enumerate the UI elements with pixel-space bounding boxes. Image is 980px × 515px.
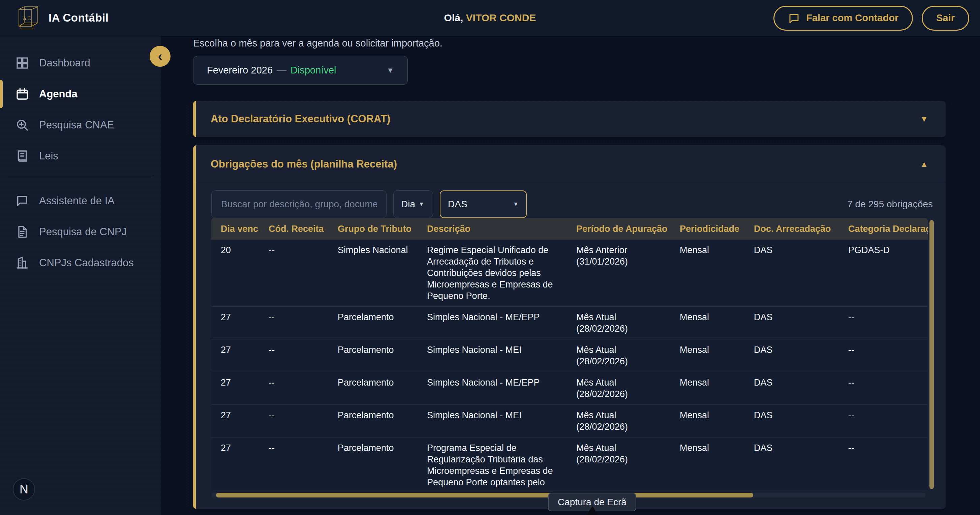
cell-doc-arrecadacao: DAS (745, 405, 839, 437)
sidebar-item-assistente-ia[interactable]: Assistente de IA (0, 185, 161, 216)
obligations-accordion-header[interactable]: Obrigações do mês (planilha Receita) ▲ (196, 145, 946, 183)
table-header-row: Dia venc.Cód. ReceitaGrupo de TributoDes… (211, 218, 928, 240)
chevron-down-icon: ▼ (513, 201, 519, 208)
sidebar-collapse-button[interactable]: ‹ (150, 46, 170, 67)
cell-grupo-tributo: Parcelamento (328, 437, 418, 490)
cell-periodicidade: Mensal (670, 240, 745, 306)
cell-cod-receita: -- (259, 437, 328, 490)
calendar-icon (16, 87, 29, 101)
sidebar-item-label: Pesquisa de CNPJ (39, 226, 127, 238)
obligations-title: Obrigações do mês (planilha Receita) (196, 158, 397, 170)
cell-grupo-tributo: Parcelamento (328, 405, 418, 437)
table-horizontal-scrollbar[interactable] (216, 493, 753, 498)
month-select-value: Fevereiro 2026 (207, 65, 273, 76)
month-select-status: Disponível (291, 65, 336, 76)
sidebar-item-label: Agenda (39, 88, 78, 100)
header-actions: Falar com Contador Sair (773, 0, 969, 36)
cell-grupo-tributo: Simples Nacional (328, 240, 418, 306)
mouse-cursor-icon (587, 506, 598, 515)
logout-label: Sair (936, 13, 955, 24)
cell-categoria-declaracao: -- (839, 437, 928, 490)
cell-periodicidade: Mensal (670, 372, 745, 404)
cell-doc-arrecadacao: DAS (745, 307, 839, 339)
day-filter-dropdown[interactable]: Dia ▼ (393, 191, 433, 218)
cell-periodo-apuracao: Mês Atual (28/02/2026) (567, 307, 670, 339)
cell-descricao: Programa Especial de Regularização Tribu… (418, 437, 567, 490)
month-select-dash: — (277, 65, 286, 76)
cell-dia-venc: 27 (211, 372, 259, 404)
table-vertical-scrollbar[interactable] (929, 220, 934, 489)
cell-dia-venc: 20 (211, 240, 259, 306)
sidebar-item-pesquisa-cnae[interactable]: Pesquisa CNAE (0, 110, 161, 141)
month-select-dropdown[interactable]: Fevereiro 2026 — Disponível ▼ (193, 56, 408, 84)
table-column-header: Categoria Declaração (839, 218, 928, 240)
greeting-prefix: Olá, (444, 12, 466, 23)
app-header: A.T. IA Contábil Olá, VITOR CONDE Falar … (0, 0, 980, 36)
cell-dia-venc: 27 (211, 405, 259, 437)
cell-periodicidade: Mensal (670, 307, 745, 339)
table-column-header: Dia venc. (211, 218, 259, 240)
cell-dia-venc: 27 (211, 339, 259, 372)
obligations-panel: Obrigações do mês (planilha Receita) ▲ D… (193, 145, 946, 509)
table-row[interactable]: 27 -- Parcelamento Simples Nacional - ME… (211, 372, 928, 404)
table-row[interactable]: 27 -- Parcelamento Simples Nacional - ME… (211, 306, 928, 339)
cell-grupo-tributo: Parcelamento (328, 339, 418, 372)
filter-row: Dia ▼ DAS ▼ 7 de 295 obrigações (211, 191, 933, 218)
sidebar-item-label: Dashboard (39, 57, 90, 69)
sidebar-item-agenda[interactable]: Agenda (0, 78, 161, 110)
cell-periodo-apuracao: Mês Anterior (31/01/2026) (567, 240, 670, 306)
sidebar-item-pesquisa-cnpj[interactable]: Pesquisa de CNPJ (0, 216, 161, 247)
brand: A.T. IA Contábil (0, 5, 108, 31)
cell-periodicidade: Mensal (670, 405, 745, 437)
cell-doc-arrecadacao: DAS (745, 240, 839, 306)
corat-accordion-header[interactable]: Ato Declaratório Executivo (CORAT) ▼ (193, 101, 946, 137)
cell-grupo-tributo: Parcelamento (328, 307, 418, 339)
cell-descricao: Simples Nacional - ME/EPP (418, 307, 567, 339)
chevron-down-icon: ▼ (418, 201, 424, 208)
cell-descricao: Simples Nacional - MEI (418, 405, 567, 437)
obligations-table: Dia venc.Cód. ReceitaGrupo de TributoDes… (211, 218, 928, 490)
search-input[interactable] (211, 191, 387, 218)
table-row[interactable]: 20 -- Simples Nacional Regime Especial U… (211, 240, 928, 306)
table-column-header: Periodicidade (670, 218, 745, 240)
sidebar-item-dashboard[interactable]: Dashboard (0, 48, 161, 78)
framework-badge[interactable]: N (13, 478, 35, 501)
sidebar-item-label: CNPJs Cadastrados (39, 257, 134, 269)
cell-doc-arrecadacao: DAS (745, 339, 839, 372)
table-body: 20 -- Simples Nacional Regime Especial U… (211, 240, 928, 490)
sidebar-divider (8, 177, 153, 177)
cell-periodo-apuracao: Mês Atual (28/02/2026) (567, 437, 670, 490)
chevron-up-icon: ▲ (920, 159, 946, 169)
chat-icon (16, 194, 29, 208)
table-column-header: Descrição (418, 218, 567, 240)
corat-accordion-title: Ato Declaratório Executivo (CORAT) (196, 113, 390, 125)
cell-cod-receita: -- (259, 240, 328, 306)
cell-descricao: Simples Nacional - MEI (418, 339, 567, 372)
cell-cod-receita: -- (259, 339, 328, 372)
table-column-header: Cód. Receita (259, 218, 328, 240)
cell-categoria-declaracao: PGDAS-D (839, 240, 928, 306)
table-row[interactable]: 27 -- Parcelamento Simples Nacional - ME… (211, 404, 928, 437)
cell-descricao: Regime Especial Unificado de Arrecadação… (418, 240, 567, 306)
panel-divider (196, 183, 946, 183)
app-logo-cube-icon: A.T. (16, 5, 41, 31)
cell-categoria-declaracao: -- (839, 372, 928, 404)
cell-dia-venc: 27 (211, 437, 259, 490)
doc-type-filter-dropdown[interactable]: DAS ▼ (440, 191, 527, 218)
table-row[interactable]: 27 -- Parcelamento Simples Nacional - ME… (211, 339, 928, 372)
chevron-down-icon: ▼ (920, 114, 946, 124)
cell-periodo-apuracao: Mês Atual (28/02/2026) (567, 405, 670, 437)
sidebar-item-cnpjs-cadastrados[interactable]: CNPJs Cadastrados (0, 247, 161, 278)
doc-type-filter-value: DAS (448, 199, 468, 210)
talk-to-accountant-button[interactable]: Falar com Contador (773, 6, 913, 31)
cell-periodicidade: Mensal (670, 339, 745, 372)
building-icon (16, 256, 29, 270)
cell-doc-arrecadacao: DAS (745, 437, 839, 490)
greeting-username: VITOR CONDE (466, 12, 536, 23)
cell-descricao: Simples Nacional - ME/EPP (418, 372, 567, 404)
table-row[interactable]: 27 -- Parcelamento Programa Especial de … (211, 437, 928, 490)
cell-periodo-apuracao: Mês Atual (28/02/2026) (567, 372, 670, 404)
logout-button[interactable]: Sair (922, 6, 969, 31)
cell-periodo-apuracao: Mês Atual (28/02/2026) (567, 339, 670, 372)
sidebar-item-leis[interactable]: Leis (0, 141, 161, 172)
